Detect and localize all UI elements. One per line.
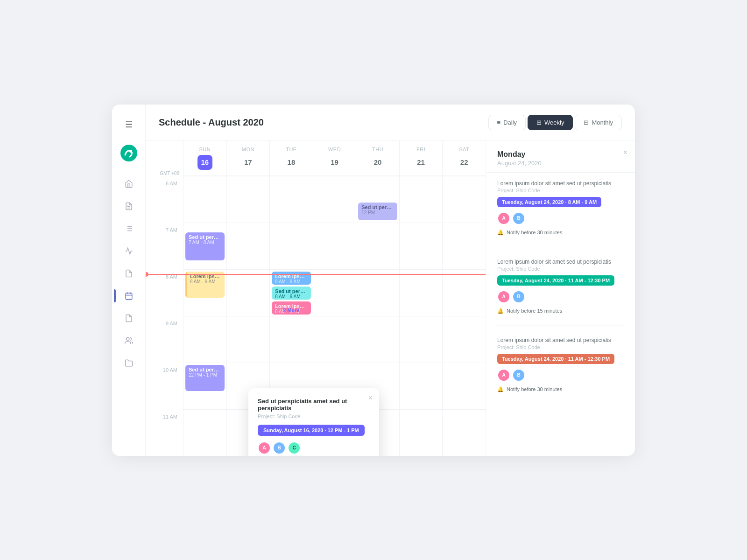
tab-monthly[interactable]: ⊟ Monthly	[575, 115, 622, 130]
weekly-icon: ⊞	[536, 119, 542, 126]
rp-notify: 🔔 Notify before 30 minutes	[497, 386, 624, 392]
time-cell-day2-slot2[interactable]: Lorem ipsum dol...8 AM - 9 AMSed ut pers…	[269, 269, 313, 316]
hamburger-button[interactable]: ☰	[121, 116, 136, 133]
day-number[interactable]: 20	[370, 155, 385, 170]
time-cell-day4-slot1[interactable]	[356, 223, 399, 269]
time-cell-day6-slot3[interactable]	[442, 316, 486, 363]
time-cell-day1-slot1[interactable]	[226, 223, 270, 269]
right-panel-header: Monday August 24, 2020 ×	[486, 141, 635, 173]
sidebar-item-folder[interactable]	[120, 354, 138, 372]
day-header-thu: THU 20	[356, 141, 399, 176]
rp-event-project: Project: Ship Code	[497, 188, 624, 193]
rp-notify: 🔔 Notify before 15 minutes	[497, 308, 624, 314]
tab-weekly[interactable]: ⊞ Weekly	[528, 115, 573, 130]
view-tabs: ≡ Daily ⊞ Weekly ⊟ Monthly	[488, 115, 622, 130]
avatar: B	[512, 369, 525, 382]
time-cell-day2-slot0[interactable]	[269, 176, 313, 223]
day-number[interactable]: 18	[284, 155, 299, 170]
sidebar-item-calendar[interactable]	[120, 287, 138, 305]
event-block[interactable]: Lorem ipsum dolor...8 AM - 9 AM	[185, 272, 225, 298]
event-block[interactable]: Sed ut perspiciatis...7 AM - 8 AM	[185, 232, 225, 260]
sidebar-item-report[interactable]	[120, 309, 138, 328]
sidebar-item-activity[interactable]	[120, 242, 138, 260]
time-cell-day3-slot3[interactable]	[313, 316, 356, 363]
event-block[interactable]: Sed ut persp...12 PM - 1 PM	[185, 365, 225, 391]
day-header-sun: SUN 16	[183, 141, 226, 176]
time-cell-day5-slot1[interactable]	[399, 223, 443, 269]
time-cell-day3-slot0[interactable]	[313, 176, 356, 223]
logo	[120, 145, 137, 163]
tab-daily[interactable]: ≡ Daily	[488, 115, 526, 130]
rp-event-project: Project: Ship Code	[497, 266, 624, 272]
rp-event-project: Project: Ship Code	[497, 344, 624, 350]
rp-avatars: A B	[497, 369, 624, 382]
time-cell-day2-slot1[interactable]	[269, 223, 313, 269]
day-number[interactable]: 17	[240, 155, 255, 170]
rp-day-name: Monday	[497, 150, 624, 159]
time-cell-day0-slot0[interactable]	[183, 176, 226, 223]
time-cell-day3-slot2[interactable]	[313, 269, 356, 316]
time-cell-day6-slot0[interactable]	[442, 176, 486, 223]
time-cell-day0-slot3[interactable]	[183, 316, 226, 363]
svg-point-1	[129, 150, 132, 153]
gmt-label: GMT +08	[146, 141, 183, 176]
event-block[interactable]: Sed ut perspiciatis12 PM	[358, 203, 397, 220]
rp-event-badge: Tuesday, August 24, 2020 · 8 AM - 9 AM	[497, 197, 601, 207]
time-cell-day5-slot0[interactable]	[399, 176, 443, 223]
time-cell-day6-slot4[interactable]	[442, 363, 486, 409]
time-cell-day6-slot5[interactable]	[442, 409, 486, 456]
sidebar-item-file[interactable]	[120, 264, 138, 283]
popup-close-button[interactable]: ×	[368, 394, 373, 402]
time-cell-day5-slot2[interactable]	[399, 269, 443, 316]
monthly-icon: ⊟	[584, 119, 589, 126]
bell-icon: 🔔	[497, 230, 504, 236]
time-cell-day5-slot4[interactable]	[399, 363, 443, 409]
rp-event-item: Lorem ipsum dolor sit amet sed ut perspi…	[497, 180, 624, 247]
day-name: MON	[231, 147, 266, 152]
popup-project: Project: Ship Code	[258, 413, 370, 419]
time-cell-day6-slot2[interactable]	[442, 269, 486, 316]
time-cell-day3-slot1[interactable]	[313, 223, 356, 269]
day-number[interactable]: 19	[327, 155, 342, 170]
time-cell-day0-slot5[interactable]	[183, 409, 226, 456]
calendar-area[interactable]: GMT +08 SUN 16 MON 17 TUE 18 WED 19 THU …	[146, 141, 486, 456]
day-name: THU	[360, 147, 395, 152]
day-number[interactable]: 16	[197, 155, 212, 170]
time-cell-day5-slot5[interactable]	[399, 409, 443, 456]
time-label-10am: 10 AM	[146, 363, 183, 409]
right-panel-close-button[interactable]: ×	[623, 148, 627, 157]
more-events-button[interactable]: 2 More	[270, 307, 313, 314]
popup-avatars: A B C	[258, 441, 370, 455]
svg-point-0	[120, 145, 137, 161]
event-block[interactable]: Sed ut perspiciatis...8 AM - 9 AM	[272, 287, 311, 300]
time-cell-day2-slot3[interactable]	[269, 316, 313, 363]
sidebar-item-docs[interactable]	[120, 197, 138, 216]
sidebar-item-list[interactable]	[120, 219, 138, 238]
time-cell-day5-slot3[interactable]	[399, 316, 443, 363]
time-label-11am: 11 AM	[146, 409, 183, 456]
time-cell-day1-slot0[interactable]	[226, 176, 270, 223]
time-cell-day1-slot3[interactable]	[226, 316, 270, 363]
time-cell-day4-slot2[interactable]	[356, 269, 399, 316]
time-cell-day4-slot3[interactable]	[356, 316, 399, 363]
time-cell-day6-slot1[interactable]	[442, 223, 486, 269]
daily-icon: ≡	[497, 119, 501, 126]
time-cell-day1-slot2[interactable]	[226, 269, 270, 316]
sidebar-item-home[interactable]	[120, 175, 138, 193]
current-time-line	[146, 274, 486, 275]
avatar: A	[258, 441, 271, 455]
time-cell-day0-slot4[interactable]: Sed ut persp...12 PM - 1 PM	[183, 363, 226, 409]
svg-point-14	[126, 337, 129, 340]
day-number[interactable]: 21	[414, 155, 429, 170]
time-cell-day4-slot0[interactable]: Sed ut perspiciatis12 PM	[356, 176, 399, 223]
day-header-wed: WED 19	[313, 141, 356, 176]
day-number[interactable]: 22	[457, 155, 472, 170]
time-cell-day0-slot1[interactable]: Sed ut perspiciatis...7 AM - 8 AM	[183, 223, 226, 269]
time-cell-day0-slot2[interactable]: Lorem ipsum dolor...8 AM - 9 AM	[183, 269, 226, 316]
day-header-sat: SAT 22	[442, 141, 486, 176]
popup-badge: Sunday, August 16, 2020 · 12 PM - 1 PM	[258, 425, 365, 436]
avatar: A	[497, 212, 510, 225]
sidebar-item-users[interactable]	[120, 331, 138, 350]
right-panel-body[interactable]: Lorem ipsum dolor sit amet sed ut perspi…	[486, 173, 635, 456]
rp-notify: 🔔 Notify before 30 minutes	[497, 230, 624, 236]
